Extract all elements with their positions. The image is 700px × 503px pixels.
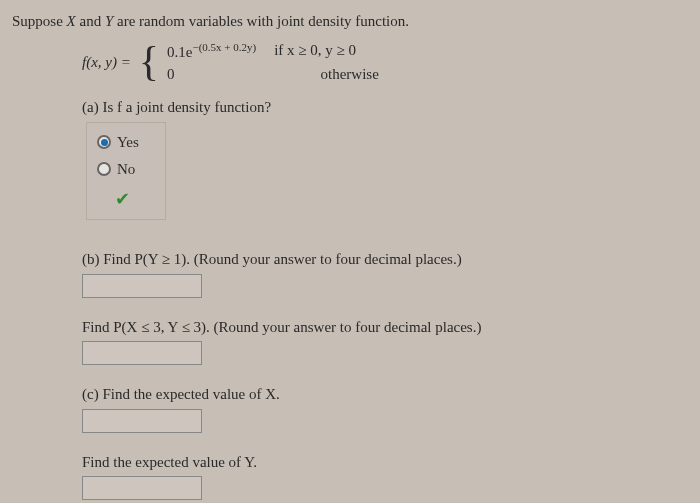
- radio-option-no[interactable]: No: [97, 156, 155, 183]
- answer-input-b2[interactable]: [82, 341, 202, 365]
- case2-condition: otherwise: [321, 63, 379, 86]
- part-c2: Find the expected value of Y.: [82, 451, 688, 501]
- part-b2-question: Find P(X ≤ 3, Y ≤ 3). (Round your answer…: [82, 316, 688, 339]
- answer-input-b1[interactable]: [82, 274, 202, 298]
- part-b1: (b) Find P(Y ≥ 1). (Round your answer to…: [82, 248, 688, 298]
- checkmark-icon: ✔: [115, 189, 130, 209]
- case1-expression: 0.1e−(0.5x + 0.2y): [167, 39, 256, 64]
- part-b2: Find P(X ≤ 3, Y ≤ 3). (Round your answer…: [82, 316, 688, 366]
- radio-group: Yes No ✔: [86, 122, 166, 220]
- part-c: (c) Find the expected value of X.: [82, 383, 688, 433]
- part-b1-question: (b) Find P(Y ≥ 1). (Round your answer to…: [82, 248, 688, 271]
- radio-icon: [97, 162, 111, 176]
- part-c-question: (c) Find the expected value of X.: [82, 383, 688, 406]
- correct-indicator: ✔: [97, 186, 155, 213]
- radio-option-yes[interactable]: Yes: [97, 129, 155, 156]
- radio-label: No: [117, 158, 135, 181]
- part-a: (a) Is f a joint density function? Yes N…: [82, 96, 688, 221]
- part-c2-question: Find the expected value of Y.: [82, 451, 688, 474]
- answer-input-c2[interactable]: [82, 476, 202, 500]
- formula-lhs: f(x, y) =: [82, 51, 131, 74]
- problem-intro: Suppose X and Y are random variables wit…: [12, 10, 688, 33]
- radio-icon: [97, 135, 111, 149]
- part-a-question: (a) Is f a joint density function?: [82, 96, 688, 119]
- density-formula: f(x, y) = { 0.1e−(0.5x + 0.2y) if x ≥ 0,…: [82, 39, 688, 86]
- radio-label: Yes: [117, 131, 139, 154]
- left-brace-icon: {: [139, 45, 159, 79]
- case1-condition: if x ≥ 0, y ≥ 0: [274, 39, 356, 64]
- answer-input-c[interactable]: [82, 409, 202, 433]
- case2-expression: 0: [167, 63, 175, 86]
